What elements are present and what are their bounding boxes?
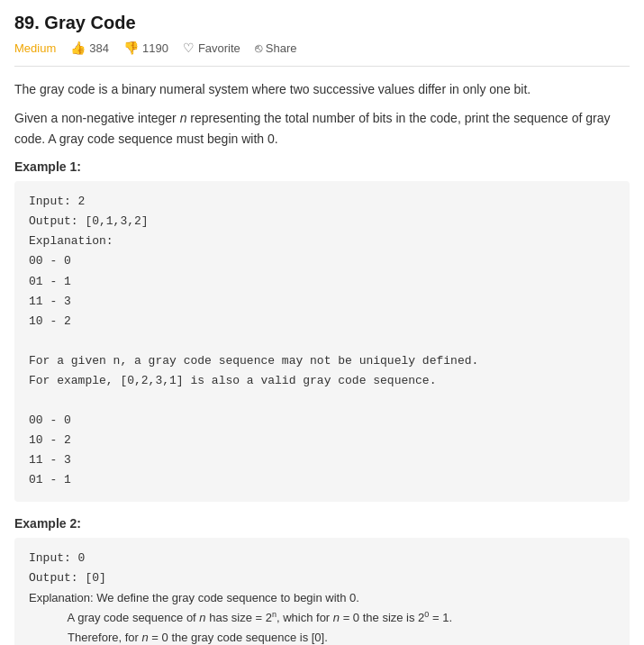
difficulty-badge: Medium bbox=[14, 41, 56, 55]
example2-section: Example 2: Input: 0 Output: [0] Explanat… bbox=[14, 516, 630, 645]
description-section: The gray code is a binary numeral system… bbox=[14, 79, 630, 149]
thumbs-up-icon: 👍 bbox=[70, 41, 86, 55]
favorite-label: Favorite bbox=[198, 41, 240, 55]
page-title: 89. Gray Code bbox=[14, 13, 630, 33]
example1-section: Example 1: Input: 2 Output: [0,1,3,2] Ex… bbox=[14, 159, 630, 501]
meta-row: Medium 👍 384 👎 1190 ♡ Favorite ⎋ Share bbox=[14, 41, 630, 67]
example2-title: Example 2: bbox=[14, 516, 630, 531]
example1-code: Input: 2 Output: [0,1,3,2] Explanation: … bbox=[14, 181, 630, 501]
description-line2: Given a non-negative integer n represent… bbox=[14, 108, 630, 149]
share-icon: ⎋ bbox=[255, 41, 262, 55]
share-button[interactable]: ⎋ Share bbox=[255, 41, 297, 55]
dislikes-count: 1190 bbox=[142, 41, 168, 55]
thumbs-down-icon: 👎 bbox=[123, 41, 139, 55]
favorite-button[interactable]: ♡ Favorite bbox=[183, 41, 240, 55]
share-label: Share bbox=[266, 41, 297, 55]
description-line1: The gray code is a binary numeral system… bbox=[14, 79, 630, 99]
example2-code: Input: 0 Output: [0] Explanation: We def… bbox=[14, 538, 630, 645]
dislikes-button[interactable]: 👎 1190 bbox=[123, 41, 168, 55]
heart-icon: ♡ bbox=[183, 41, 195, 55]
example1-title: Example 1: bbox=[14, 159, 630, 174]
likes-button[interactable]: 👍 384 bbox=[70, 41, 109, 55]
page-container: 89. Gray Code Medium 👍 384 👎 1190 ♡ Favo… bbox=[0, 0, 644, 645]
likes-count: 384 bbox=[89, 41, 109, 55]
